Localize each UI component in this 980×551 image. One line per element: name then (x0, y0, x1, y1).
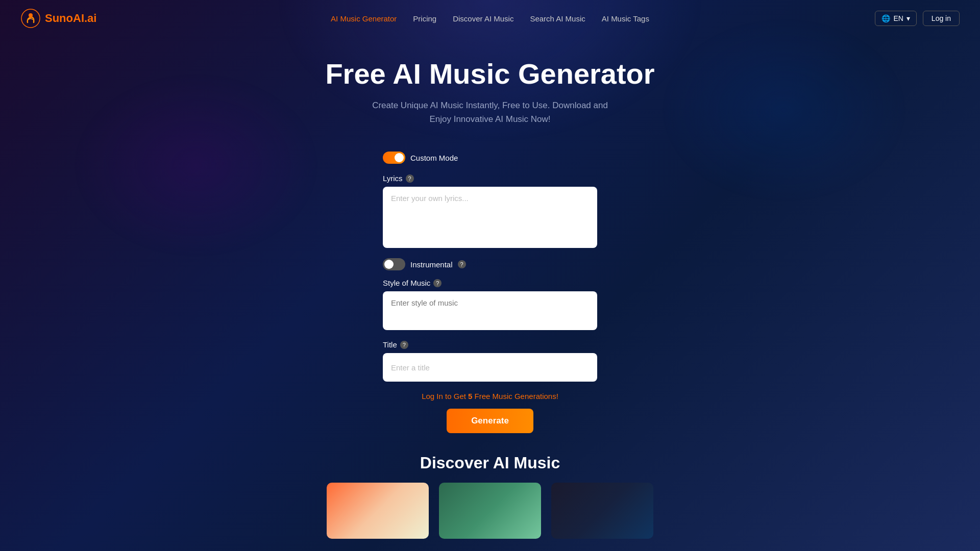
custom-mode-row: Custom Mode (383, 152, 597, 164)
instrumental-help-icon[interactable]: ? (458, 260, 466, 268)
nav-ai-music-generator[interactable]: AI Music Generator (331, 14, 397, 23)
logo-suno: SunoAI.ai (45, 12, 96, 24)
instrumental-row: Instrumental ? (383, 258, 597, 270)
title-label-row: Title ? (383, 340, 597, 349)
music-card-3[interactable] (551, 483, 653, 539)
instrumental-label: Instrumental (410, 260, 453, 269)
title-input[interactable] (383, 353, 597, 382)
promo-count: 5 (468, 392, 472, 400)
hero-title: Free AI Music Generator (10, 57, 970, 90)
navbar: SunoAI.ai AI Music Generator Pricing Dis… (0, 0, 980, 37)
style-help-icon[interactable]: ? (433, 279, 442, 287)
music-generator-form: Custom Mode Lyrics ? Instrumental ? Styl… (373, 152, 607, 433)
chevron-down-icon: ▾ (906, 14, 910, 22)
logo[interactable]: SunoAI.ai (20, 8, 96, 29)
nav-pricing[interactable]: Pricing (413, 14, 436, 23)
instrumental-toggle[interactable] (383, 258, 405, 270)
nav-search-ai-music[interactable]: Search AI Music (530, 14, 585, 23)
svg-point-1 (29, 13, 33, 17)
music-card-2[interactable] (439, 483, 541, 539)
nav-links: AI Music Generator Pricing Discover AI M… (331, 14, 649, 23)
title-label: Title (383, 340, 397, 349)
custom-mode-slider (383, 152, 405, 164)
logo-icon (20, 8, 41, 29)
lyrics-label: Lyrics (383, 174, 403, 183)
discover-title: Discover AI Music (0, 454, 980, 472)
discover-section: Discover AI Music (0, 454, 980, 549)
music-cards (0, 483, 980, 539)
login-promo[interactable]: Log In to Get 5 Free Music Generations! (383, 392, 597, 400)
style-textarea[interactable] (383, 291, 597, 330)
lyrics-help-icon[interactable]: ? (406, 174, 414, 183)
nav-discover-ai-music[interactable]: Discover AI Music (453, 14, 513, 23)
language-button[interactable]: 🌐 EN ▾ (875, 11, 916, 26)
lyrics-label-row: Lyrics ? (383, 174, 597, 183)
instrumental-slider (383, 258, 405, 270)
lang-label: EN (893, 14, 903, 22)
lyrics-textarea[interactable] (383, 187, 597, 248)
nav-right: 🌐 EN ▾ Log in (875, 11, 960, 26)
custom-mode-label: Custom Mode (410, 154, 458, 162)
hero-section: Free AI Music Generator Create Unique AI… (0, 37, 980, 136)
style-label-row: Style of Music ? (383, 279, 597, 287)
generate-button[interactable]: Generate (447, 409, 533, 433)
login-button[interactable]: Log in (923, 11, 960, 26)
title-help-icon[interactable]: ? (400, 341, 408, 349)
hero-subtitle: Create Unique AI Music Instantly, Free t… (10, 98, 970, 126)
globe-icon: 🌐 (881, 14, 890, 22)
music-card-1[interactable] (327, 483, 429, 539)
custom-mode-toggle[interactable] (383, 152, 405, 164)
nav-ai-music-tags[interactable]: AI Music Tags (602, 14, 649, 23)
style-label: Style of Music (383, 279, 430, 287)
